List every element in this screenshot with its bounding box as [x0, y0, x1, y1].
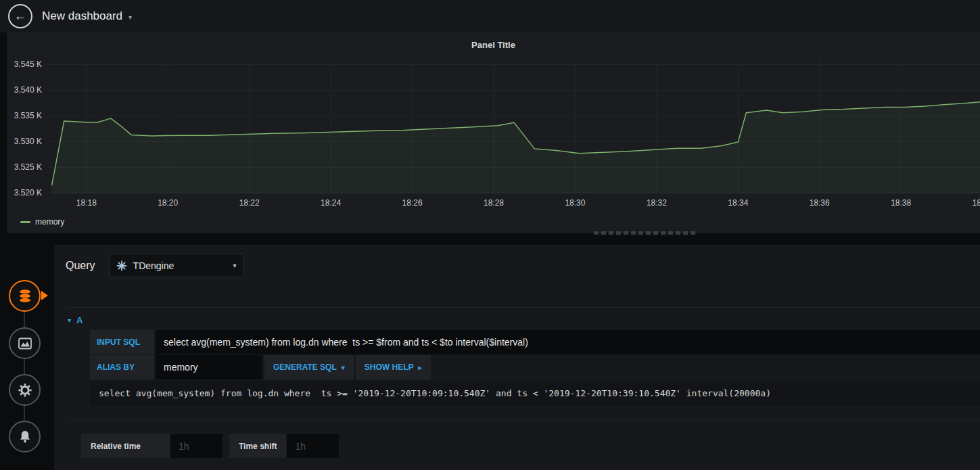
gear-icon	[17, 382, 33, 398]
input-sql-label: INPUT SQL	[90, 330, 154, 354]
tab-queries[interactable]	[9, 280, 41, 312]
caret-right-icon: ▸	[419, 364, 422, 371]
time-options-row: Relative time Time shift	[81, 434, 339, 458]
grafana-panel-edit-page: { "icons": { "back_arrow": "←", "caret_d…	[0, 0, 980, 470]
svg-text:3.520 K: 3.520 K	[14, 188, 42, 197]
legend-series-label: memory	[35, 217, 64, 227]
graph-panel: Panel Title 18:1818:2018:2218:2418:2618:…	[7, 32, 980, 233]
relative-time-label: Relative time	[81, 434, 170, 458]
svg-text:18:18: 18:18	[76, 198, 97, 208]
svg-text:18:28: 18:28	[484, 198, 504, 208]
relative-time-field[interactable]	[170, 434, 223, 458]
svg-text:18:30: 18:30	[565, 198, 585, 208]
arrow-left-icon: ←	[14, 9, 27, 24]
legend-item-memory[interactable]: memory	[20, 215, 64, 229]
edit-tab-rail	[0, 245, 54, 470]
input-sql-row: INPUT SQL	[90, 330, 980, 354]
datasource-name: TDengine	[133, 260, 174, 271]
tdengine-logo-icon	[116, 260, 127, 271]
chevron-down-icon: ▾	[129, 11, 132, 21]
caret-down-icon: ▾	[342, 364, 345, 371]
panel-resize-scroll-handle[interactable]	[594, 231, 697, 235]
header-bar: ← New dashboard ▾	[0, 0, 980, 32]
query-ref-collapse-row[interactable]: ▾ A	[68, 307, 980, 327]
svg-text:18:32: 18:32	[647, 198, 667, 208]
generate-sql-button[interactable]: GENERATE SQL ▾	[264, 355, 354, 379]
timeseries-chart[interactable]: 18:1818:2018:2218:2418:2618:2818:3018:32…	[7, 57, 980, 214]
generated-sql-preview: select avg(mem_system) from log.dn where…	[90, 381, 980, 406]
legend-color-swatch	[20, 221, 30, 223]
collapse-caret-icon: ▾	[68, 316, 71, 324]
back-button[interactable]: ←	[8, 4, 32, 28]
show-help-label: SHOW HELP	[365, 362, 414, 372]
spacer	[223, 434, 229, 458]
panel-title[interactable]: Panel Title	[7, 32, 980, 50]
database-icon	[17, 288, 33, 304]
alias-by-label: ALIAS BY	[90, 355, 154, 379]
input-sql-field[interactable]	[156, 330, 980, 354]
tab-visualization[interactable]	[9, 327, 41, 359]
query-editor-pane: Query TDengine ▾ ▾ A INPUT SQL ALIAS BY …	[54, 245, 980, 470]
svg-text:18:26: 18:26	[402, 198, 423, 208]
svg-text:18:22: 18:22	[239, 198, 260, 208]
chart-icon	[17, 335, 33, 352]
time-shift-field[interactable]	[287, 434, 339, 458]
svg-text:18:24: 18:24	[321, 198, 341, 208]
svg-text:3.535 K: 3.535 K	[14, 111, 42, 120]
chevron-down-icon: ▾	[233, 262, 237, 269]
show-help-button[interactable]: SHOW HELP ▸	[356, 355, 431, 379]
dashboard-title: New dashboard	[42, 9, 122, 23]
svg-text:18:20: 18:20	[158, 198, 178, 208]
svg-text:3.525 K: 3.525 K	[14, 162, 42, 172]
svg-text:18:40: 18:40	[973, 198, 980, 208]
svg-text:3.545 K: 3.545 K	[14, 60, 42, 69]
svg-text:3.530 K: 3.530 K	[14, 137, 42, 146]
dashboard-title-dropdown[interactable]: New dashboard ▾	[42, 9, 132, 23]
section-divider	[68, 419, 980, 420]
alias-by-field[interactable]	[156, 355, 262, 379]
datasource-picker[interactable]: TDengine ▾	[109, 254, 244, 277]
tab-connector-line	[24, 296, 25, 438]
alias-by-row: ALIAS BY GENERATE SQL ▾ SHOW HELP ▸	[90, 355, 980, 379]
generate-sql-label: GENERATE SQL	[273, 362, 337, 372]
tab-general[interactable]	[9, 374, 41, 406]
svg-text:18:38: 18:38	[891, 198, 911, 208]
svg-text:18:34: 18:34	[728, 198, 748, 208]
query-header-row: Query TDengine ▾	[66, 254, 244, 277]
svg-text:18:36: 18:36	[810, 198, 830, 208]
svg-text:3.540 K: 3.540 K	[14, 85, 42, 95]
tab-alert[interactable]	[9, 421, 41, 452]
query-section-title: Query	[66, 260, 95, 272]
time-shift-label: Time shift	[229, 434, 286, 458]
query-ref-letter: A	[76, 315, 83, 325]
active-tab-arrow-icon	[41, 291, 48, 300]
bell-icon	[17, 429, 33, 445]
